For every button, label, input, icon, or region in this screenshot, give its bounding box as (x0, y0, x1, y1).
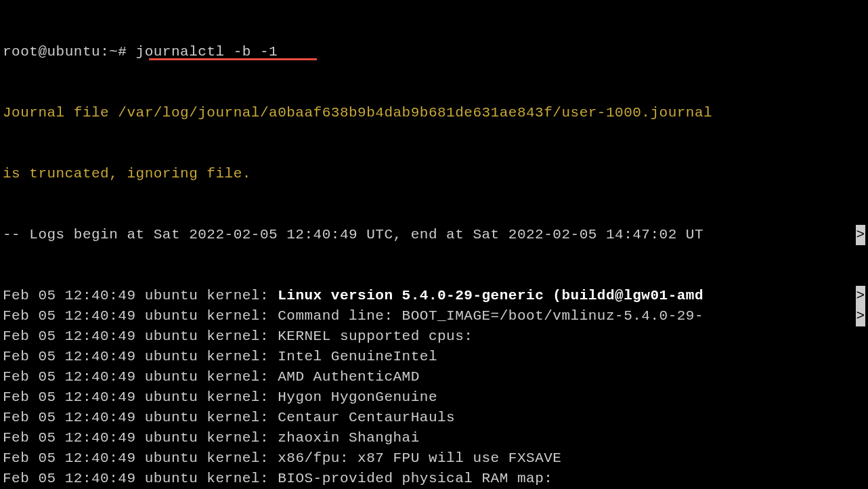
truncate-marker: > (856, 306, 865, 326)
log-message: Command line: BOOT_IMAGE=/boot/vmlinuz-5… (278, 308, 703, 324)
log-message: x86/fpu: x87 FPU will use FXSAVE (278, 450, 561, 466)
log-prefix: Feb 05 12:40:49 ubuntu kernel: (3, 288, 278, 303)
log-prefix: Feb 05 12:40:49 ubuntu kernel: (3, 410, 278, 425)
warning-text-2: is truncated, ignoring file. (3, 166, 251, 182)
log-message: Hygon HygonGenuine (278, 389, 437, 405)
log-message: Centaur CentaurHauls (278, 410, 455, 425)
log-line: Feb 05 12:40:49 ubuntu kernel: Linux ver… (3, 286, 865, 306)
log-prefix: Feb 05 12:40:49 ubuntu kernel: (3, 328, 278, 344)
log-prefix: Feb 05 12:40:49 ubuntu kernel: (3, 430, 278, 446)
log-prefix: Feb 05 12:40:49 ubuntu kernel: (3, 389, 278, 405)
truncate-marker: > (856, 286, 865, 306)
command-text: journalctl -b -1 (136, 44, 278, 60)
warning-line-2: is truncated, ignoring file. (3, 164, 865, 184)
log-prefix: Feb 05 12:40:49 ubuntu kernel: (3, 471, 278, 486)
log-prefix: Feb 05 12:40:49 ubuntu kernel: (3, 369, 278, 385)
warning-line: Journal file /var/log/journal/a0baaf638b… (3, 103, 865, 123)
terminal-window[interactable]: root@ubuntu:~# journalctl -b -1 Journal … (0, 0, 868, 489)
prompt-colon: : (100, 44, 109, 60)
log-message: KERNEL supported cpus: (278, 328, 473, 344)
prompt-symbol: # (118, 44, 135, 60)
log-prefix: Feb 05 12:40:49 ubuntu kernel: (3, 450, 278, 466)
log-prefix: Feb 05 12:40:49 ubuntu kernel: (3, 308, 278, 324)
log-line: Feb 05 12:40:49 ubuntu kernel: zhaoxin S… (3, 428, 865, 448)
log-line: Feb 05 12:40:49 ubuntu kernel: Intel Gen… (3, 347, 865, 367)
log-line: Feb 05 12:40:49 ubuntu kernel: Command l… (3, 306, 865, 326)
log-output: Feb 05 12:40:49 ubuntu kernel: Linux ver… (3, 286, 865, 489)
prompt-user-host: root@ubuntu (3, 44, 100, 60)
log-message: BIOS-provided physical RAM map: (278, 471, 552, 486)
log-line: Feb 05 12:40:49 ubuntu kernel: Centaur C… (3, 408, 865, 428)
log-line: Feb 05 12:40:49 ubuntu kernel: AMD Authe… (3, 367, 865, 387)
log-message: Intel GenuineIntel (278, 349, 437, 364)
log-header: -- Logs begin at Sat 2022-02-05 12:40:49… (3, 227, 703, 242)
prompt-line: root@ubuntu:~# journalctl -b -1 (3, 42, 865, 62)
log-prefix: Feb 05 12:40:49 ubuntu kernel: (3, 349, 278, 364)
log-message: zhaoxin Shanghai (278, 430, 420, 446)
log-line: Feb 05 12:40:49 ubuntu kernel: KERNEL su… (3, 326, 865, 347)
log-line: Feb 05 12:40:49 ubuntu kernel: Hygon Hyg… (3, 387, 865, 408)
log-line: Feb 05 12:40:49 ubuntu kernel: BIOS-prov… (3, 469, 865, 489)
log-header-line: -- Logs begin at Sat 2022-02-05 12:40:49… (3, 225, 865, 245)
warning-text-1: Journal file /var/log/journal/a0baaf638b… (3, 105, 712, 121)
log-line: Feb 05 12:40:49 ubuntu kernel: x86/fpu: … (3, 448, 865, 469)
truncate-marker: > (856, 225, 865, 245)
log-message: AMD AuthenticAMD (278, 369, 420, 385)
prompt-path: ~ (109, 44, 118, 60)
log-message: Linux version 5.4.0-29-generic (buildd@l… (278, 288, 703, 303)
